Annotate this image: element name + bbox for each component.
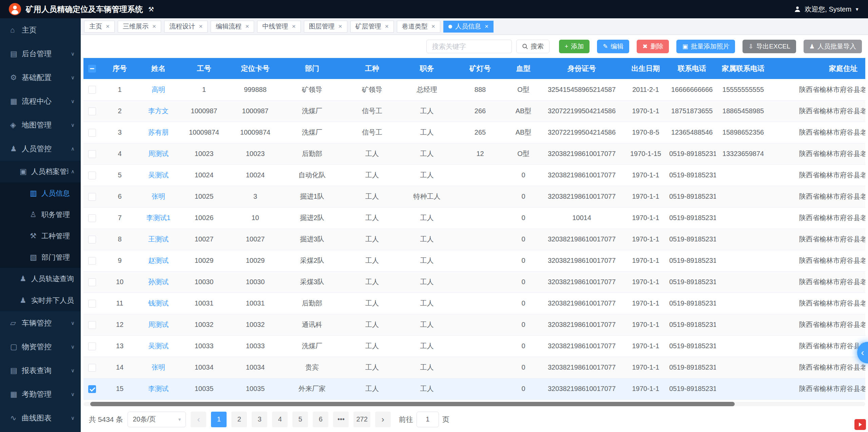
- row-checkbox[interactable]: [88, 236, 96, 243]
- close-icon[interactable]: ×: [339, 23, 342, 30]
- delete-button[interactable]: ✖删除: [637, 40, 669, 53]
- row-checkbox[interactable]: [88, 214, 96, 222]
- scrollbar-thumb[interactable]: [90, 402, 735, 406]
- row-checkbox[interactable]: [88, 257, 96, 265]
- sidebar-item-position-mgmt[interactable]: ♙职务管理: [0, 204, 81, 225]
- table-row[interactable]: 11钱测试1003110031后勤部工人工人032038219861001707…: [83, 293, 865, 314]
- table-row[interactable]: 8王测试1002710027掘进3队工人工人032038219861001707…: [83, 229, 865, 250]
- person-name-link[interactable]: 周测试: [148, 150, 169, 157]
- person-name-link[interactable]: 李测试1: [146, 214, 170, 221]
- tab-home[interactable]: 主页×: [84, 21, 115, 33]
- table-row[interactable]: 4周测试1002310023后勤部工人工人12O型320382198610017…: [83, 143, 865, 164]
- sidebar-item-basic-config[interactable]: ⚙基础配置∨: [0, 66, 81, 90]
- sidebar-item-personnel-info[interactable]: ▥人员信息: [0, 182, 81, 204]
- person-name-link[interactable]: 钱测试: [148, 299, 169, 307]
- row-checkbox[interactable]: [88, 300, 96, 308]
- page-button-5[interactable]: 5: [292, 412, 308, 427]
- tab-3d-view[interactable]: 三维展示×: [118, 21, 161, 33]
- sidebar-item-vehicle-control[interactable]: ▱车辆管控∨: [0, 311, 81, 335]
- table-row[interactable]: 7李测试11002610掘进2队工人工人0100141970-1-10519-8…: [83, 207, 865, 229]
- sidebar-item-personnel-archive[interactable]: ▣人员档案管理∧: [0, 161, 81, 182]
- page-button-2[interactable]: 2: [231, 412, 247, 427]
- next-page-button[interactable]: ›: [375, 412, 391, 427]
- edit-button[interactable]: ✎编辑: [597, 40, 629, 53]
- person-name-link[interactable]: 孙测试: [148, 278, 169, 286]
- table-row[interactable]: 1高明1999888矿领导矿领导总经理888O型3254154589652145…: [83, 79, 865, 100]
- close-icon[interactable]: ×: [152, 23, 156, 30]
- person-name-link[interactable]: 王测试: [148, 235, 169, 243]
- close-icon[interactable]: ×: [199, 23, 202, 30]
- export-excel-button[interactable]: ⇩导出EXCEL: [742, 40, 796, 53]
- tab-layer-mgmt[interactable]: 图层管理×: [304, 21, 347, 33]
- prev-page-button[interactable]: ‹: [191, 412, 206, 427]
- close-icon[interactable]: ×: [485, 23, 488, 30]
- table-row[interactable]: 10孙测试1003010030采煤3队工人工人03203821986100170…: [83, 271, 865, 293]
- row-checkbox[interactable]: [88, 321, 96, 329]
- search-button[interactable]: 搜索: [516, 40, 549, 53]
- person-name-link[interactable]: 赵测试: [148, 257, 169, 264]
- sidebar-item-personnel-track-query[interactable]: ♟人员轨迹查询: [0, 268, 81, 290]
- page-button-4[interactable]: 4: [272, 412, 288, 427]
- sidebar-item-report-query[interactable]: ▤报表查询∨: [0, 359, 81, 382]
- sidebar-item-department-mgmt[interactable]: ▧部门管理: [0, 247, 81, 268]
- table-row[interactable]: 2李方文10009871000987洗煤厂信号工工人266AB型32072219…: [83, 100, 865, 122]
- table-row[interactable]: 9赵测试1002910029采煤2队工人工人032038219861001707…: [83, 250, 865, 271]
- page-ellipsis-button[interactable]: •••: [333, 412, 349, 427]
- person-name-link[interactable]: 吴测试: [148, 342, 169, 350]
- person-name-link[interactable]: 张明: [152, 193, 165, 200]
- close-icon[interactable]: ×: [292, 23, 295, 30]
- batch-add-photo-button[interactable]: ▣批量添加照片: [676, 40, 735, 53]
- tab-centerline-mgmt[interactable]: 中线管理×: [257, 21, 301, 33]
- table-row[interactable]: 14张明1003410034贵宾工人工人03203821986100170771…: [83, 357, 865, 378]
- sidebar-item-map-mgmt[interactable]: ◈地图管理∨: [0, 113, 81, 137]
- select-all-checkbox[interactable]: [88, 65, 96, 73]
- close-icon[interactable]: ×: [431, 23, 435, 30]
- goto-page-input[interactable]: [417, 412, 439, 427]
- tab-tunnel-type[interactable]: 巷道类型×: [397, 21, 440, 33]
- row-checkbox[interactable]: [88, 364, 96, 372]
- row-checkbox[interactable]: [88, 150, 96, 158]
- person-name-link[interactable]: 李测试: [148, 385, 169, 392]
- search-input[interactable]: [426, 40, 512, 53]
- page-size-select[interactable]: 20条/页 ▾: [128, 412, 186, 427]
- person-name-link[interactable]: 苏有朋: [148, 129, 169, 136]
- sidebar-item-worktype-mgmt[interactable]: ⚒工种管理: [0, 225, 81, 247]
- tab-process-design[interactable]: 流程设计×: [164, 21, 208, 33]
- table-row[interactable]: 12周测试1003210032通讯科工人工人032038219861001707…: [83, 314, 865, 335]
- person-name-link[interactable]: 李方文: [148, 107, 169, 115]
- sidebar-item-curve-charts[interactable]: ∿曲线图表∨: [0, 406, 81, 430]
- page-button-6[interactable]: 6: [313, 412, 328, 427]
- row-checkbox[interactable]: [88, 86, 96, 94]
- sidebar-item-home[interactable]: ⌂主页: [0, 18, 81, 42]
- user-menu[interactable]: 欢迎您, System ▼: [794, 5, 859, 14]
- close-icon[interactable]: ×: [245, 23, 249, 30]
- table-row[interactable]: 6张明100253掘进1队工人特种工人032038219861001707719…: [83, 186, 865, 207]
- batch-import-personnel-button[interactable]: ♟人员批量导入: [804, 40, 862, 53]
- table-row[interactable]: 15李测试1003510035外来厂家工人工人03203821986100170…: [83, 378, 865, 399]
- row-checkbox[interactable]: [88, 129, 96, 137]
- person-name-link[interactable]: 吴测试: [148, 171, 169, 179]
- page-button-1[interactable]: 1: [211, 412, 227, 427]
- sidebar-item-realtime-underground[interactable]: ♟实时井下人员: [0, 290, 81, 311]
- row-checkbox[interactable]: [88, 193, 96, 201]
- tab-personnel-info[interactable]: 人员信息×: [443, 21, 494, 33]
- page-button-272[interactable]: 272: [353, 412, 370, 427]
- person-name-link[interactable]: 高明: [152, 86, 165, 93]
- table-row[interactable]: 5吴测试1002410024自动化队工人工人032038219861001707…: [83, 164, 865, 186]
- horizontal-scrollbar[interactable]: [83, 402, 865, 406]
- page-button-3[interactable]: 3: [252, 412, 267, 427]
- table-row[interactable]: 13吴测试1003310033洗煤厂工人工人032038219861001707…: [83, 335, 865, 357]
- close-icon[interactable]: ×: [385, 23, 389, 30]
- sidebar-item-process-center[interactable]: ▦流程中心∨: [0, 90, 81, 113]
- row-checkbox[interactable]: [88, 107, 96, 115]
- sidebar-item-personnel-control[interactable]: ♟人员管控∧: [0, 137, 81, 161]
- person-name-link[interactable]: 周测试: [148, 321, 169, 328]
- add-button[interactable]: +添加: [559, 40, 590, 53]
- person-name-link[interactable]: 张明: [152, 364, 165, 371]
- row-checkbox[interactable]: [88, 278, 96, 286]
- close-icon[interactable]: ×: [106, 23, 110, 30]
- floating-badge[interactable]: [854, 419, 866, 430]
- row-checkbox[interactable]: [88, 385, 96, 393]
- tab-seam-mgmt[interactable]: 矿层管理×: [350, 21, 394, 33]
- sidebar-item-attendance-mgmt[interactable]: ▦考勤管理∨: [0, 382, 81, 406]
